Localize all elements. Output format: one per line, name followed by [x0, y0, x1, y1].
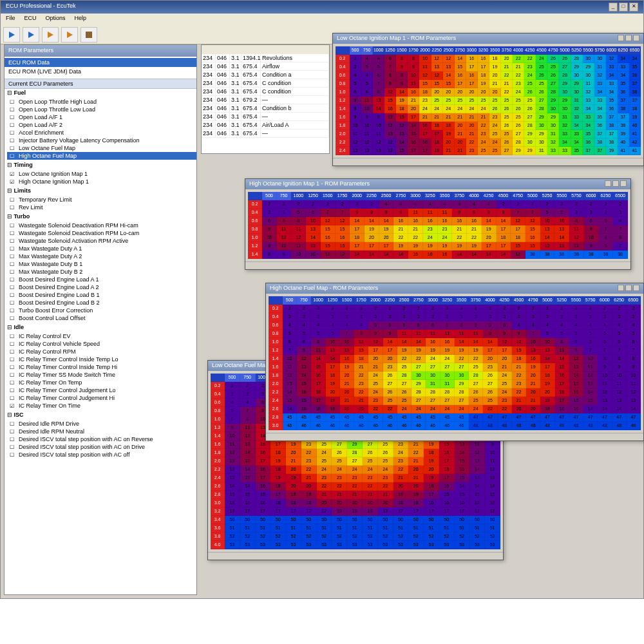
- heatmap-cell[interactable]: 19: [469, 346, 483, 355]
- heatmap-cell[interactable]: 23: [354, 380, 368, 388]
- tree-group[interactable]: Fuel: [5, 89, 196, 97]
- heatmap-cell[interactable]: 16: [466, 71, 478, 80]
- col-header[interactable]: 6500: [627, 296, 641, 305]
- col-header[interactable]: 6000: [598, 296, 612, 305]
- heatmap-cell[interactable]: 16: [256, 499, 271, 507]
- heatmap-cell[interactable]: 13: [469, 457, 485, 466]
- heatmap-cell[interactable]: 19: [365, 225, 379, 234]
- tree-item[interactable]: High Octane Ignition Map 1: [7, 178, 196, 185]
- heatmap-cell[interactable]: 26: [397, 388, 412, 397]
- heatmap-cell[interactable]: 21: [419, 113, 431, 122]
- heatmap-cell[interactable]: 24: [440, 405, 455, 413]
- heatmap-cell[interactable]: 7: [526, 209, 540, 217]
- heatmap-cell[interactable]: 53: [240, 541, 256, 549]
- heatmap-cell[interactable]: 14: [408, 122, 419, 130]
- heatmap-cell[interactable]: 33: [606, 63, 618, 71]
- heatmap-cell[interactable]: 20: [378, 499, 393, 507]
- heatmap-cell[interactable]: 45: [297, 413, 311, 422]
- heatmap-cell[interactable]: 7: [511, 209, 526, 217]
- heatmap-cell[interactable]: 3: [569, 209, 584, 217]
- heatmap-cell[interactable]: 20: [526, 372, 540, 380]
- tree-item[interactable]: IC Relay Timer On Time: [7, 402, 196, 410]
- heatmap-cell[interactable]: 25: [431, 97, 443, 105]
- heatmap-cell[interactable]: 28: [412, 388, 426, 397]
- heatmap-cell[interactable]: 8: [627, 355, 641, 363]
- heatmap-cell[interactable]: 11: [485, 457, 500, 466]
- tree-item[interactable]: Open Loop Throttle Low Load: [7, 106, 196, 113]
- heatmap-cell[interactable]: 35: [571, 147, 583, 155]
- heatmap-cell[interactable]: 13: [373, 147, 384, 155]
- heatmap-1-titlebar[interactable]: Low Octane Ignition Map 1 - ROM Paramete…: [333, 33, 643, 44]
- heatmap-cell[interactable]: 52: [408, 533, 424, 541]
- heatmap-cell[interactable]: 9: [225, 424, 240, 432]
- heatmap-cell[interactable]: 47: [498, 413, 512, 422]
- col-header[interactable]: 1500: [396, 46, 408, 55]
- heatmap-cell[interactable]: 17: [408, 113, 419, 122]
- heatmap-cell[interactable]: 15: [256, 440, 271, 449]
- heatmap-cell[interactable]: 9: [485, 440, 500, 449]
- heatmap-cell[interactable]: 6: [627, 338, 641, 346]
- heatmap-cell[interactable]: 17: [455, 80, 466, 88]
- heatmap-cell[interactable]: 8: [291, 217, 306, 225]
- row-header[interactable]: 1.8: [211, 449, 225, 457]
- heatmap-cell[interactable]: 17: [497, 225, 511, 234]
- heatmap-cell[interactable]: 25: [498, 380, 512, 388]
- heatmap-cell[interactable]: 26: [363, 449, 378, 457]
- heatmap-cell[interactable]: 50: [363, 516, 378, 524]
- heatmap-cell[interactable]: 18: [439, 466, 455, 474]
- heatmap-cell[interactable]: 22: [455, 355, 469, 363]
- heatmap-cell[interactable]: 20: [340, 372, 354, 380]
- heatmap-cell[interactable]: 12: [336, 251, 350, 259]
- heatmap-cell[interactable]: 20: [286, 466, 301, 474]
- heatmap-cell[interactable]: 46: [326, 422, 340, 430]
- heatmap-cell[interactable]: 34: [571, 122, 583, 130]
- heatmap-cell[interactable]: 8: [569, 217, 584, 225]
- col-header[interactable]: 500: [262, 192, 277, 200]
- heatmap-cell[interactable]: 45: [397, 413, 412, 422]
- heatmap-cell[interactable]: 17: [286, 507, 301, 516]
- heatmap-cell[interactable]: 19: [326, 380, 340, 388]
- heatmap-cell[interactable]: 10: [583, 355, 598, 363]
- heatmap-cell[interactable]: 23: [347, 474, 363, 482]
- heatmap-cell[interactable]: 5: [306, 209, 321, 217]
- heatmap-cell[interactable]: 12: [240, 432, 256, 440]
- heatmap-cell[interactable]: 9: [497, 209, 511, 217]
- heatmap-cell[interactable]: 2: [498, 305, 512, 313]
- heatmap-cell[interactable]: 24: [455, 405, 469, 413]
- heatmap-cell[interactable]: 53: [455, 541, 470, 549]
- heatmap-cell[interactable]: 14: [379, 251, 394, 259]
- heatmap-cell[interactable]: 7: [613, 225, 628, 234]
- row-header[interactable]: 0.4: [211, 390, 225, 399]
- col-header[interactable]: 1750: [336, 192, 350, 200]
- heatmap-cell[interactable]: 23: [489, 113, 501, 122]
- heatmap-cell[interactable]: 14: [412, 338, 426, 346]
- heatmap-cell[interactable]: 23: [383, 363, 397, 372]
- heatmap-cell[interactable]: 12: [511, 217, 526, 225]
- heatmap-cell[interactable]: 17: [497, 242, 511, 251]
- heatmap-cell[interactable]: 15: [321, 225, 336, 234]
- col-header[interactable]: 4750: [526, 296, 540, 305]
- col-header[interactable]: 3750: [452, 192, 467, 200]
- heatmap-cell[interactable]: 50: [225, 516, 240, 524]
- heatmap-cell[interactable]: 21: [512, 397, 526, 405]
- tree-item[interactable]: Boost Desired Engine Load B 2: [7, 299, 196, 307]
- heatmap-cell[interactable]: 17: [482, 242, 497, 251]
- heatmap-cell[interactable]: 4: [361, 71, 373, 80]
- heatmap-cell[interactable]: 24: [443, 105, 455, 113]
- row-header[interactable]: 2.4: [211, 474, 225, 482]
- heatmap-cell[interactable]: 20: [443, 88, 455, 97]
- close-icon[interactable]: [633, 285, 639, 291]
- heatmap-cell[interactable]: 24: [368, 388, 383, 397]
- heatmap-cell[interactable]: 21: [478, 113, 489, 122]
- heatmap-cell[interactable]: 2: [540, 305, 554, 313]
- heatmap-cell[interactable]: 35: [594, 113, 606, 122]
- scrollbar[interactable]: [208, 552, 503, 560]
- row-header[interactable]: 2.0: [269, 380, 283, 388]
- heatmap-cell[interactable]: 12: [569, 234, 584, 242]
- heatmap-cell[interactable]: 2: [613, 200, 628, 209]
- heatmap-cell[interactable]: 27: [547, 80, 559, 88]
- heatmap-cell[interactable]: 19: [424, 440, 439, 449]
- heatmap-cell[interactable]: 10: [340, 338, 354, 346]
- heatmap-cell[interactable]: 15: [569, 397, 583, 405]
- heatmap-cell[interactable]: 7: [283, 346, 297, 355]
